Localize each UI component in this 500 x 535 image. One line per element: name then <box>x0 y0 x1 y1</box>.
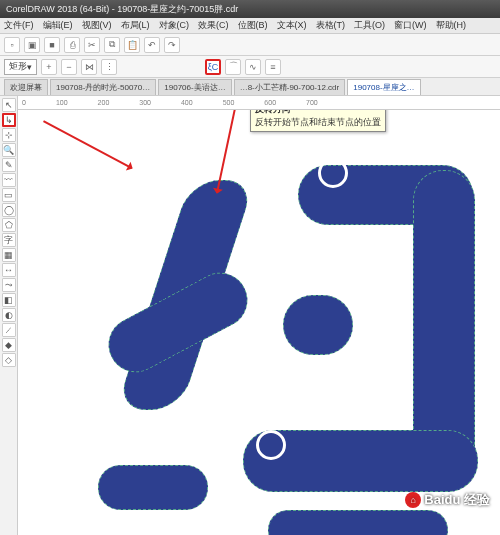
annotation-arrow-1 <box>43 120 132 169</box>
open-icon[interactable]: ▣ <box>24 37 40 53</box>
shape-combo[interactable]: 矩形 ▾ <box>4 59 37 75</box>
ruler-horizontal: 0 100 200 300 400 500 600 700 <box>18 96 500 110</box>
node-circle-1 <box>118 278 148 308</box>
cut-icon[interactable]: ✂ <box>84 37 100 53</box>
tab-welcome[interactable]: 欢迎屏幕 <box>4 79 48 95</box>
artistic-tool-icon[interactable]: 〰 <box>2 173 16 187</box>
tab-doc-1[interactable]: 190708-丹的时光-50070… <box>50 79 156 95</box>
glyph-stroke-7[interactable] <box>98 465 208 510</box>
undo-icon[interactable]: ↶ <box>144 37 160 53</box>
freehand-tool-icon[interactable]: ✎ <box>2 158 16 172</box>
node-break-icon[interactable]: ⋮ <box>101 59 117 75</box>
outline-tool-icon[interactable]: ◇ <box>2 353 16 367</box>
work-area: ↖ ↳ ⊹ 🔍 ✎ 〰 ▭ ◯ ⬠ 字 ▦ ↔ ⤳ ◧ ◐ ⟋ ◆ ◇ 0 10… <box>0 96 500 535</box>
table-tool-icon[interactable]: ▦ <box>2 248 16 262</box>
polygon-tool-icon[interactable]: ⬠ <box>2 218 16 232</box>
menu-tools[interactable]: 工具(O) <box>354 19 385 32</box>
pick-tool-icon[interactable]: ↖ <box>2 98 16 112</box>
menu-layout[interactable]: 布局(L) <box>121 19 150 32</box>
tab-doc-active[interactable]: 190708-星座之… <box>347 79 420 95</box>
canvas[interactable]: 反转方向 反转开始节点和结束节点的位置 <box>18 110 500 535</box>
connector-tool-icon[interactable]: ⤳ <box>2 278 16 292</box>
property-bar: 矩形 ▾ + − ⋈ ⋮ ξC ⌒ ∿ ≡ <box>0 56 500 78</box>
save-icon[interactable]: ■ <box>44 37 60 53</box>
new-icon[interactable]: ▫ <box>4 37 20 53</box>
node-circle-3 <box>256 430 286 460</box>
crop-tool-icon[interactable]: ⊹ <box>2 128 16 142</box>
ellipse-tool-icon[interactable]: ◯ <box>2 203 16 217</box>
print-icon[interactable]: ⎙ <box>64 37 80 53</box>
dimension-tool-icon[interactable]: ↔ <box>2 263 16 277</box>
app-title: CorelDRAW 2018 (64-Bit) - 190708-星座之约-70… <box>6 3 238 16</box>
toolbox: ↖ ↳ ⊹ 🔍 ✎ 〰 ▭ ◯ ⬠ 字 ▦ ↔ ⤳ ◧ ◐ ⟋ ◆ ◇ <box>0 96 18 535</box>
convert-curve-icon[interactable]: ∿ <box>245 59 261 75</box>
menu-text[interactable]: 文本(X) <box>277 19 307 32</box>
paste-icon[interactable]: 📋 <box>124 37 140 53</box>
tab-doc-2[interactable]: 190706-美语达… <box>158 79 231 95</box>
node-del-icon[interactable]: − <box>61 59 77 75</box>
redo-icon[interactable]: ↷ <box>164 37 180 53</box>
menu-view[interactable]: 视图(V) <box>82 19 112 32</box>
menu-table[interactable]: 表格(T) <box>316 19 346 32</box>
menu-edit[interactable]: 编辑(E) <box>43 19 73 32</box>
watermark: ⌂ Baidu 经验 <box>405 491 490 509</box>
node-add-icon[interactable]: + <box>41 59 57 75</box>
menu-help[interactable]: 帮助(H) <box>436 19 467 32</box>
glyph-stroke-8[interactable] <box>268 510 448 535</box>
menu-bitmap[interactable]: 位图(B) <box>238 19 268 32</box>
tooltip: 反转方向 反转开始节点和结束节点的位置 <box>250 110 386 132</box>
dropshadow-tool-icon[interactable]: ◧ <box>2 293 16 307</box>
tooltip-desc: 反转开始节点和结束节点的位置 <box>255 116 381 129</box>
node-circle-2 <box>318 158 348 188</box>
rectangle-tool-icon[interactable]: ▭ <box>2 188 16 202</box>
title-bar: CorelDRAW 2018 (64-Bit) - 190708-星座之约-70… <box>0 0 500 18</box>
menu-window[interactable]: 窗口(W) <box>394 19 427 32</box>
reverse-direction-button[interactable]: ξC <box>205 59 221 75</box>
eyedropper-tool-icon[interactable]: ⟋ <box>2 323 16 337</box>
zoom-tool-icon[interactable]: 🔍 <box>2 143 16 157</box>
tab-doc-3[interactable]: …8-小工芒精-90-700-12.cdr <box>234 79 346 95</box>
baidu-paw-icon: ⌂ <box>405 492 421 508</box>
menu-bar: 文件(F) 编辑(E) 视图(V) 布局(L) 对象(C) 效果(C) 位图(B… <box>0 18 500 34</box>
fill-tool-icon[interactable]: ◆ <box>2 338 16 352</box>
glyph-stroke-6[interactable] <box>283 295 353 355</box>
convert-line-icon[interactable]: ⌒ <box>225 59 241 75</box>
text-tool-icon[interactable]: 字 <box>2 233 16 247</box>
menu-object[interactable]: 对象(C) <box>159 19 190 32</box>
node-join-icon[interactable]: ⋈ <box>81 59 97 75</box>
document-tabs: 欢迎屏幕 190708-丹的时光-50070… 190706-美语达… …8-小… <box>0 78 500 96</box>
canvas-wrap: 0 100 200 300 400 500 600 700 反转方向 <box>18 96 500 535</box>
toolbar-main: ▫ ▣ ■ ⎙ ✂ ⧉ 📋 ↶ ↷ <box>0 34 500 56</box>
transparency-tool-icon[interactable]: ◐ <box>2 308 16 322</box>
align-icon[interactable]: ≡ <box>265 59 281 75</box>
menu-file[interactable]: 文件(F) <box>4 19 34 32</box>
shape-tool-icon[interactable]: ↳ <box>2 113 16 127</box>
menu-effect[interactable]: 效果(C) <box>198 19 229 32</box>
copy-icon[interactable]: ⧉ <box>104 37 120 53</box>
